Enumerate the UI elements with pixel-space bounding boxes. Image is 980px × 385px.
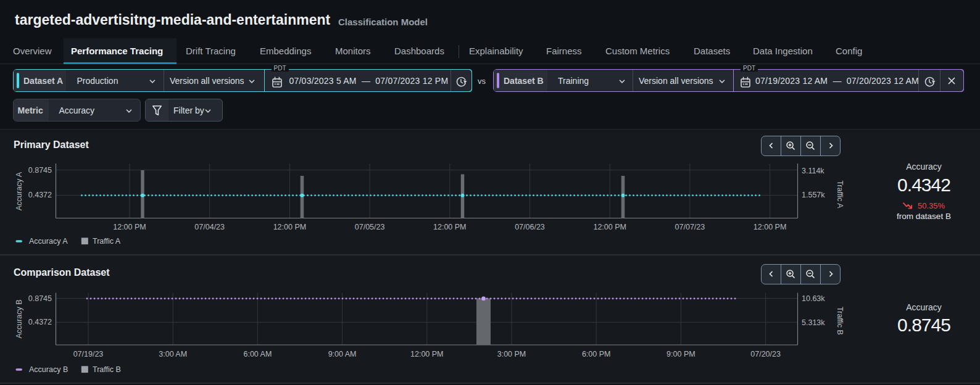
svg-text:12:00 PM: 12:00 PM [433,223,467,231]
svg-text:Accuracy B: Accuracy B [29,365,68,374]
svg-text:07/06/23: 07/06/23 [515,223,545,231]
svg-text:Traffic A: Traffic A [836,180,844,209]
svg-text:3:00 AM: 3:00 AM [159,350,187,358]
svg-text:Accuracy A: Accuracy A [15,172,23,210]
svg-text:Accuracy B: Accuracy B [15,299,23,338]
svg-text:07/07/23: 07/07/23 [675,223,705,231]
svg-text:10.63k: 10.63k [802,294,825,303]
svg-text:0.4372: 0.4372 [28,318,52,326]
svg-text:Traffic B: Traffic B [93,365,121,374]
svg-text:9:00 AM: 9:00 AM [328,350,357,358]
svg-text:0.8745: 0.8745 [28,166,52,175]
svg-text:12:00 PM: 12:00 PM [273,223,307,231]
svg-text:6:00 AM: 6:00 AM [243,350,272,358]
svg-text:07/04/23: 07/04/23 [194,223,225,231]
svg-text:07/20/23: 07/20/23 [750,350,781,358]
svg-text:0.8745: 0.8745 [28,294,52,303]
svg-text:9:00 PM: 9:00 PM [666,350,696,358]
svg-text:Accuracy A: Accuracy A [29,237,68,246]
svg-text:12:00 PM: 12:00 PM [754,223,787,231]
svg-text:3:00 PM: 3:00 PM [497,350,526,358]
svg-text:3.114k: 3.114k [802,167,824,175]
svg-text:12:00 PM: 12:00 PM [113,223,146,231]
svg-text:07/19/23: 07/19/23 [73,350,104,358]
svg-text:12:00 PM: 12:00 PM [410,350,444,358]
svg-text:12:00 PM: 12:00 PM [593,223,626,231]
svg-text:5.313k: 5.313k [802,318,825,327]
svg-text:Traffic A: Traffic A [93,237,121,246]
svg-text:6:00 PM: 6:00 PM [582,350,611,358]
svg-text:0.4372: 0.4372 [28,191,52,199]
svg-text:Traffic B: Traffic B [836,307,844,335]
svg-text:1.557k: 1.557k [802,191,825,199]
svg-text:07/05/23: 07/05/23 [355,223,385,231]
